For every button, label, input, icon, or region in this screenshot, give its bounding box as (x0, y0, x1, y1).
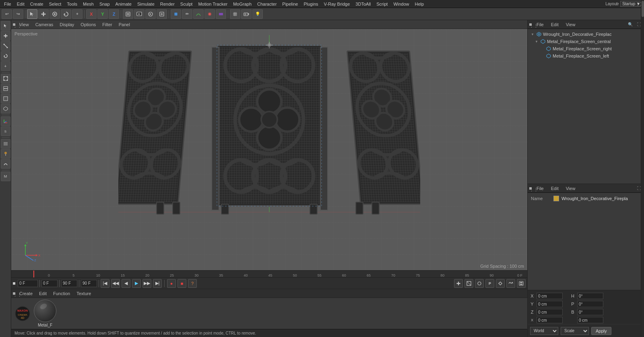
axis-x-button[interactable]: X (86, 9, 97, 19)
left-axes-btn[interactable] (1, 116, 10, 126)
viewport-menu-filter[interactable]: Filter (100, 22, 114, 27)
scale-select[interactable]: Scale Size (561, 327, 589, 335)
attr-color-swatch[interactable] (553, 196, 559, 201)
spline-tool-button[interactable] (193, 9, 204, 19)
prev-keyframe-button[interactable]: ◀◀ (111, 279, 120, 288)
camera-button[interactable] (241, 9, 252, 19)
left-snap-btn[interactable]: S (1, 126, 10, 136)
coord-p-rot[interactable] (577, 301, 603, 307)
render-button[interactable] (145, 9, 156, 19)
record-button[interactable]: ● (167, 279, 176, 288)
transform-tool-button[interactable]: + (72, 9, 83, 19)
menu-pipeline[interactable]: Pipeline (280, 1, 300, 7)
go-start-button[interactable]: |◀ (101, 279, 109, 288)
tree-right-item[interactable]: Metal_Fireplace_Screen_right (529, 45, 642, 52)
menu-motion-tracker[interactable]: Motion Tracker (196, 1, 230, 7)
coord-y-pos[interactable] (537, 301, 563, 307)
keyframe-mode-button[interactable] (496, 279, 505, 288)
material-item[interactable]: Metal_F (34, 300, 56, 327)
menu-vray[interactable]: V-Ray Bridge (322, 1, 353, 7)
material-menu-edit[interactable]: Edit (37, 291, 49, 296)
end-frame-input[interactable] (61, 280, 77, 287)
menu-help[interactable]: Help (413, 1, 427, 7)
left-sculpt-btn[interactable] (1, 159, 10, 169)
axis-z-button[interactable]: Z (109, 9, 119, 19)
attr-menu-file[interactable]: File (534, 186, 546, 191)
left-scale-btn[interactable] (1, 41, 10, 51)
menu-animate[interactable]: Animate (113, 1, 134, 7)
menu-plugins[interactable]: Plugins (301, 1, 320, 7)
move-mode-button[interactable] (454, 279, 463, 288)
menu-render[interactable]: Render (158, 1, 177, 7)
coord-y-size[interactable] (577, 317, 603, 323)
menu-file[interactable]: File (2, 1, 14, 7)
left-multisel-btn[interactable]: + (1, 61, 10, 71)
menu-mesh[interactable]: Mesh (80, 1, 96, 7)
coord-x-size[interactable] (537, 317, 563, 323)
rotate-mode-button[interactable] (475, 279, 484, 288)
apply-button[interactable]: Apply (591, 327, 611, 335)
material-ball[interactable] (34, 300, 56, 322)
play-button[interactable]: ▶ (132, 279, 141, 288)
redo-button[interactable]: ↪ (13, 9, 23, 19)
material-panel-drag[interactable]: ⋮⋮ (13, 292, 15, 295)
attr-panel-drag[interactable]: ⋮⋮ (529, 187, 532, 190)
cube-front-button[interactable] (171, 9, 181, 19)
move-tool-button[interactable] (38, 9, 49, 19)
left-select-btn[interactable] (1, 21, 10, 31)
coord-x-pos[interactable] (537, 293, 563, 299)
param-mode-button[interactable]: P (485, 279, 494, 288)
left-paint-btn[interactable] (1, 149, 10, 159)
menu-window[interactable]: Window (391, 1, 411, 7)
viewport-drag-handle[interactable]: ⋮⋮ (13, 23, 15, 26)
coord-h-rot[interactable] (577, 293, 603, 299)
viewport-canvas[interactable]: Perspective (11, 29, 527, 270)
grid-button[interactable] (230, 9, 240, 19)
coord-z-pos[interactable] (537, 309, 563, 315)
next-frame-button[interactable]: ▶▶ (142, 279, 151, 288)
current-frame-input[interactable] (18, 280, 38, 287)
render-view-button[interactable] (134, 9, 144, 19)
pen-tool-button[interactable]: ✏ (182, 9, 192, 19)
scene-search-icon[interactable]: 🔍 (627, 21, 634, 28)
menu-3dtoall[interactable]: 3DToAll (353, 1, 373, 7)
menu-create[interactable]: Create (28, 1, 46, 7)
left-point-mode-btn[interactable] (1, 74, 10, 83)
menu-edit[interactable]: Edit (14, 1, 27, 7)
menu-script[interactable]: Script (374, 1, 390, 7)
material-menu-create[interactable]: Create (17, 291, 35, 296)
scale-tool-button[interactable] (50, 9, 60, 19)
tree-left-item[interactable]: Metal_Fireplace_Screen_left (529, 52, 642, 60)
material-menu-function[interactable]: Function (51, 291, 72, 296)
right-scrollbar[interactable] (641, 0, 644, 337)
tree-central-item[interactable]: ▼ Metal_Fireplace_Screen_central (529, 38, 642, 45)
viewport-menu-panel[interactable]: Panel (116, 22, 132, 27)
menu-sculpt[interactable]: Sculpt (178, 1, 195, 7)
scene-menu-view[interactable]: View (564, 22, 578, 27)
left-poly-mode-btn[interactable] (1, 94, 10, 103)
viewport-menu-view[interactable]: View (17, 22, 31, 27)
left-object-mode-btn[interactable] (1, 104, 10, 114)
autokey-button[interactable]: ? (188, 279, 197, 288)
tree-root-item[interactable]: ▼ Wrought_Iron_Decorative_Fireplac (529, 31, 642, 38)
viewport-menu-cameras[interactable]: Cameras (33, 22, 56, 27)
attr-menu-edit[interactable]: Edit (549, 186, 561, 191)
stop-button[interactable]: ■ (178, 279, 186, 288)
coord-b-rot[interactable] (577, 309, 603, 315)
axis-y-button[interactable]: Y (97, 9, 108, 19)
undo-button[interactable]: ↩ (2, 9, 12, 19)
left-move-btn[interactable] (1, 31, 10, 41)
viewport-menu-options[interactable]: Options (78, 22, 98, 27)
end-frame2-input[interactable] (81, 280, 97, 287)
menu-simulate[interactable]: Simulate (135, 1, 157, 7)
viewport-menu-display[interactable]: Display (57, 22, 76, 27)
timeline-bar[interactable]: 0 5 10 15 20 25 30 35 40 45 50 55 60 65 … (11, 270, 527, 277)
timeline-playhead[interactable] (33, 271, 34, 277)
deformer-button[interactable] (204, 9, 215, 19)
left-edge-mode-btn[interactable] (1, 84, 10, 93)
left-material-btn[interactable]: M (1, 172, 10, 181)
ipr-button[interactable] (157, 9, 167, 19)
start-frame-input[interactable] (41, 280, 58, 287)
scene-panel-drag[interactable]: ⋮⋮ (529, 23, 532, 26)
scale-mode-button[interactable] (464, 279, 473, 288)
